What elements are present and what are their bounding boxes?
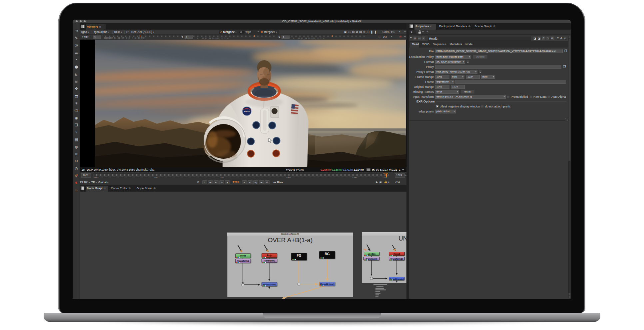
svg-text:NASA: NASA [244, 110, 250, 112]
svg-text:bg: bg [363, 248, 366, 251]
